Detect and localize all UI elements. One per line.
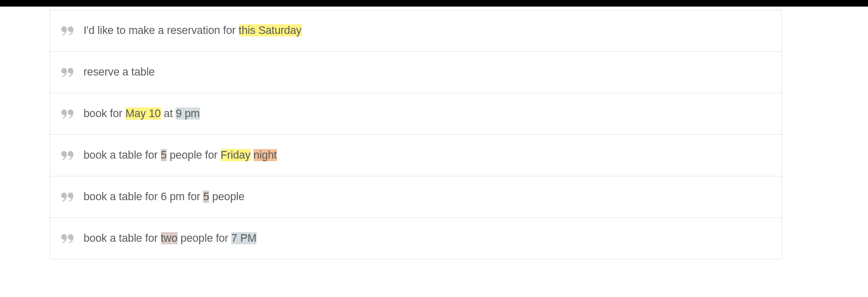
entity-highlight[interactable]: 7 PM [231, 232, 257, 244]
phrase-text[interactable]: book a table for 5 people for Friday nig… [84, 148, 277, 163]
entity-highlight[interactable]: two [161, 232, 178, 244]
phrase-text[interactable]: book for May 10 at 9 pm [84, 106, 200, 121]
phrase-text[interactable]: reserve a table [84, 65, 155, 80]
phrase-text[interactable]: book a table for two people for 7 PM [84, 231, 257, 246]
entity-highlight[interactable]: 9 pm [176, 107, 199, 120]
training-phrase-row[interactable]: book a table for 6 pm for 5 people [50, 176, 781, 218]
quote-icon [61, 26, 73, 35]
quote-icon [61, 193, 73, 202]
quote-icon [61, 151, 73, 160]
phrases-container: I'd like to make a reservation for this … [0, 10, 868, 259]
training-phrase-list: I'd like to make a reservation for this … [50, 10, 782, 259]
training-phrase-row[interactable]: book for May 10 at 9 pm [50, 93, 781, 135]
phrase-text[interactable]: I'd like to make a reservation for this … [84, 23, 302, 38]
training-phrase-row[interactable]: book a table for two people for 7 PM [50, 218, 781, 259]
entity-highlight[interactable]: May 10 [126, 107, 161, 120]
entity-highlight[interactable]: Friday [221, 149, 251, 161]
entity-highlight[interactable]: 5 [203, 191, 209, 203]
phrase-text[interactable]: book a table for 6 pm for 5 people [84, 190, 244, 204]
training-phrase-row[interactable]: I'd like to make a reservation for this … [50, 10, 781, 52]
quote-icon [61, 234, 73, 243]
entity-highlight[interactable]: 5 [161, 149, 167, 161]
quote-icon [61, 109, 73, 119]
quote-icon [61, 68, 73, 77]
training-phrase-row[interactable]: book a table for 5 people for Friday nig… [50, 135, 781, 176]
training-phrase-row[interactable]: reserve a table [50, 52, 781, 93]
entity-highlight[interactable]: this Saturday [239, 24, 302, 36]
window-top-bar [0, 0, 868, 7]
entity-highlight[interactable]: night [254, 149, 277, 161]
